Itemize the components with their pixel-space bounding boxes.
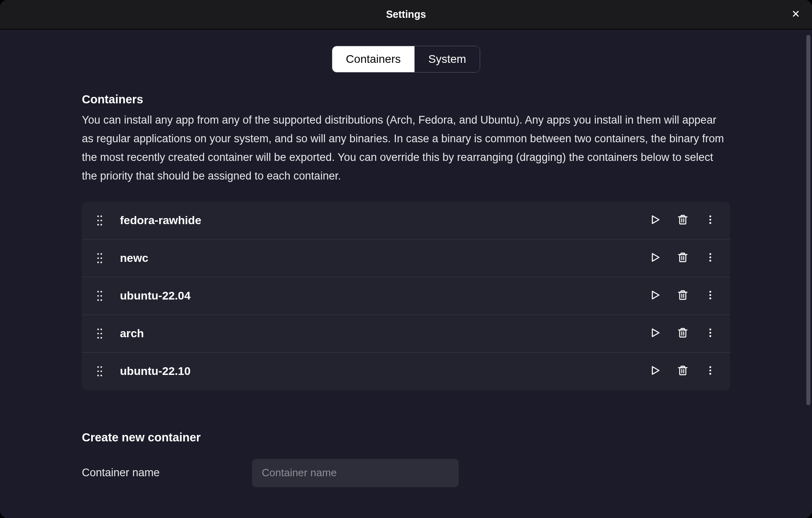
svg-point-51 (709, 328, 712, 330)
svg-point-31 (100, 295, 102, 296)
svg-point-3 (100, 215, 102, 217)
svg-marker-34 (652, 291, 659, 299)
main-panel: Containers You can install any app from … (74, 93, 738, 487)
svg-point-6 (97, 224, 99, 225)
svg-rect-35 (680, 292, 686, 300)
container-row[interactable]: ubuntu-22.10 (82, 353, 730, 390)
play-icon (650, 327, 661, 340)
close-button[interactable] (789, 8, 802, 21)
scrollbar-thumb[interactable] (806, 35, 810, 405)
row-actions (648, 327, 717, 340)
container-name: arch (120, 327, 648, 340)
svg-point-43 (97, 332, 99, 334)
scrollbar[interactable] (806, 35, 810, 510)
trash-icon (677, 289, 688, 302)
tab-bar: Containers System (0, 30, 812, 93)
container-name-label: Container name (82, 467, 236, 479)
svg-point-16 (100, 253, 102, 255)
svg-point-32 (97, 299, 99, 301)
container-row[interactable]: fedora-rawhide (82, 202, 730, 240)
drag-handle-icon[interactable] (95, 328, 105, 339)
container-name: ubuntu-22.10 (120, 365, 648, 378)
run-button[interactable] (648, 364, 662, 378)
row-actions (648, 289, 717, 303)
svg-point-18 (100, 257, 102, 259)
svg-point-52 (709, 332, 712, 334)
svg-marker-8 (652, 216, 659, 223)
tab-containers[interactable]: Containers (332, 46, 415, 72)
drag-handle-icon[interactable] (95, 366, 105, 377)
svg-point-45 (97, 337, 99, 338)
container-row[interactable]: arch (82, 315, 730, 353)
row-actions (648, 364, 717, 378)
more-vertical-icon (705, 214, 716, 227)
svg-rect-22 (680, 255, 686, 262)
drag-handle-icon[interactable] (95, 291, 105, 301)
svg-point-59 (100, 375, 102, 376)
run-button[interactable] (648, 214, 662, 227)
container-row[interactable]: ubuntu-22.04 (82, 277, 730, 315)
more-button[interactable] (703, 251, 717, 265)
svg-point-33 (100, 299, 102, 301)
svg-point-38 (709, 291, 712, 293)
svg-point-57 (100, 370, 102, 372)
svg-rect-9 (680, 217, 686, 224)
container-name: ubuntu-22.04 (120, 289, 648, 302)
svg-point-19 (97, 261, 99, 263)
drag-handle-icon[interactable] (95, 215, 105, 226)
svg-marker-47 (652, 329, 659, 336)
delete-button[interactable] (676, 364, 690, 378)
container-name: fedora-rawhide (120, 214, 648, 227)
delete-button[interactable] (676, 251, 690, 265)
delete-button[interactable] (676, 289, 690, 303)
svg-rect-48 (680, 330, 686, 337)
container-name-input[interactable] (252, 459, 459, 487)
create-section-title: Create new container (82, 431, 730, 444)
svg-point-42 (100, 328, 102, 330)
trash-icon (677, 365, 688, 378)
svg-point-53 (709, 335, 712, 337)
svg-point-27 (709, 259, 712, 261)
svg-point-41 (97, 328, 99, 330)
content-area: Containers System Containers You can ins… (0, 30, 812, 518)
container-row[interactable]: newc (82, 240, 730, 277)
container-list: fedora-rawhide newc ubuntu-22.04 arch (82, 202, 730, 390)
svg-point-17 (97, 257, 99, 259)
delete-button[interactable] (676, 327, 690, 340)
svg-point-5 (100, 219, 102, 221)
svg-point-25 (709, 253, 712, 255)
titlebar: Settings (0, 0, 812, 30)
run-button[interactable] (648, 289, 662, 303)
play-icon (650, 214, 661, 227)
svg-point-56 (97, 370, 99, 372)
run-button[interactable] (648, 327, 662, 340)
more-button[interactable] (703, 214, 717, 227)
tab-system[interactable]: System (415, 46, 480, 72)
play-icon (650, 252, 661, 265)
settings-window: Settings Containers System Containers Yo… (0, 0, 812, 518)
svg-point-7 (100, 224, 102, 225)
more-vertical-icon (705, 289, 716, 302)
svg-point-44 (100, 332, 102, 334)
more-button[interactable] (703, 289, 717, 303)
play-icon (650, 289, 661, 302)
svg-point-54 (97, 366, 99, 368)
trash-icon (677, 327, 688, 340)
more-vertical-icon (705, 365, 716, 378)
svg-point-12 (709, 215, 712, 217)
svg-point-66 (709, 373, 712, 375)
delete-button[interactable] (676, 214, 690, 227)
svg-point-58 (97, 375, 99, 376)
svg-marker-60 (652, 367, 659, 375)
drag-handle-icon[interactable] (95, 253, 105, 263)
svg-point-64 (709, 366, 712, 368)
svg-point-14 (709, 222, 712, 224)
container-name-row: Container name (82, 459, 730, 487)
section-title: Containers (82, 93, 730, 106)
more-button[interactable] (703, 327, 717, 340)
svg-point-13 (709, 218, 712, 220)
svg-rect-61 (680, 368, 686, 375)
more-vertical-icon (705, 327, 716, 340)
more-button[interactable] (703, 364, 717, 378)
run-button[interactable] (648, 251, 662, 265)
